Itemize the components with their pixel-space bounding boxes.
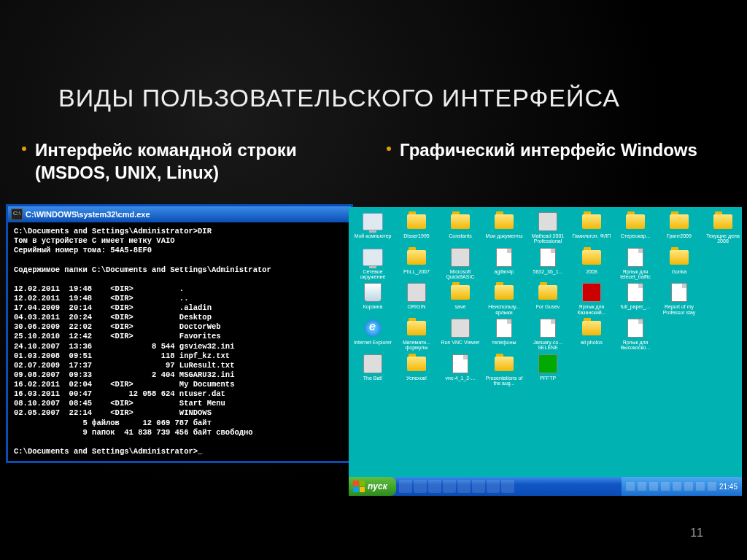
tray-icon[interactable] xyxy=(626,482,635,491)
desktop-icon-label: Гамильтон. ФЛП xyxy=(573,233,611,238)
slide-title: ВИДЫ ПОЛЬЗОВАТЕЛЬСКОГО ИНТЕРФЕЙСА xyxy=(58,84,620,112)
tray-icon[interactable] xyxy=(708,482,716,491)
desktop-icon[interactable]: Ярлык для telecet_traffic xyxy=(614,247,657,280)
start-button[interactable]: пуск xyxy=(349,477,396,496)
desktop-icon[interactable]: 2008 xyxy=(570,247,613,280)
desktop-icon-label: Microsoft QuickBASIC xyxy=(439,269,481,280)
bullet-dot-icon xyxy=(22,147,26,151)
exe-icon xyxy=(450,318,471,338)
right-bullet: Графический интерфейс Windows xyxy=(387,139,729,161)
exe-icon xyxy=(406,282,427,303)
ql-icon[interactable] xyxy=(472,480,485,493)
desktop-icon-label: Constants xyxy=(449,233,472,238)
mycomp-icon xyxy=(363,211,383,232)
tray-icon[interactable] xyxy=(684,482,693,491)
desktop-icon[interactable]: Текущие дела 2008 xyxy=(702,211,742,244)
exe-icon xyxy=(363,354,383,374)
desktop-icon[interactable]: PhLL_2007 xyxy=(395,247,438,280)
folder-icon xyxy=(494,282,514,303)
desktop-icon[interactable]: Mathcad 2001 Professional xyxy=(527,211,569,244)
desktop-icon-label: Report of my Professor stay xyxy=(658,304,700,315)
cmd-output[interactable]: C:\Documents and Settings\Administrator>… xyxy=(8,222,351,461)
desktop-icon-label: PFFTP xyxy=(540,376,556,381)
desktop-icon xyxy=(658,318,700,351)
ql-icon[interactable] xyxy=(399,480,412,493)
desktop-icon[interactable]: Гамильтон. ФЛП xyxy=(570,211,613,244)
desktop-icon-label: Internet Explorer xyxy=(354,340,392,345)
desktop-icon[interactable]: Disser1995 xyxy=(395,211,438,244)
bullet-dot-icon xyxy=(387,147,391,151)
desktop-icon[interactable]: Ярлык для Казанский... xyxy=(570,282,613,315)
desktop-icon[interactable]: The Bat! xyxy=(352,354,394,386)
file-icon xyxy=(450,354,471,374)
desktop-icon-label: Ярлык для telecet_traffic xyxy=(614,269,657,280)
desktop-icon[interactable]: agifan4p xyxy=(483,247,525,280)
desktop-icon[interactable]: Сетевое окружение xyxy=(352,247,394,280)
ql-icon[interactable] xyxy=(487,480,500,493)
quick-launch[interactable] xyxy=(396,480,517,493)
desktop-icon[interactable]: Стереокар... xyxy=(614,211,657,244)
tray-icon[interactable] xyxy=(696,482,705,491)
file-icon xyxy=(625,247,646,268)
folder-icon xyxy=(406,354,427,374)
folder-icon xyxy=(581,247,602,268)
desktop-icon[interactable]: Успехов! xyxy=(395,354,438,386)
desktop-icon[interactable]: Gonka xyxy=(658,247,700,280)
desktop-icon-label: Disser1995 xyxy=(403,233,429,238)
left-bullet: Интерфейс командной строки (MSDOS, UNIX,… xyxy=(22,139,357,184)
desktop-icon[interactable]: save xyxy=(439,282,481,315)
desktop-icon[interactable]: PFFTP xyxy=(527,354,569,386)
desktop-icon[interactable]: Microsoft QuickBASIC xyxy=(439,247,481,280)
desktop-icon xyxy=(702,282,742,315)
ql-icon[interactable] xyxy=(428,480,441,493)
file-icon xyxy=(538,318,558,338)
desktop-icon[interactable]: Run VNC Viewer xyxy=(439,318,481,351)
desktop-icon[interactable]: ORIGIN xyxy=(395,282,438,315)
desktop-icon[interactable]: January-co... SELENE xyxy=(527,318,569,351)
desktop-icon[interactable]: all photos xyxy=(570,318,613,351)
desktop-icon[interactable]: Математи... формулы xyxy=(395,318,438,351)
desktop-icon[interactable]: Constants xyxy=(439,211,481,244)
desktop-icon[interactable]: Report of my Professor stay xyxy=(658,282,700,315)
desktop-icon[interactable]: Грант2009 xyxy=(658,211,700,244)
clock[interactable]: 21:45 xyxy=(719,483,738,491)
desktop-icon-label: Presentations of the aug... xyxy=(483,376,525,386)
desktop-icon[interactable]: телефоны xyxy=(483,318,525,351)
system-tray[interactable]: 21:45 xyxy=(622,477,742,496)
desktop-icon[interactable]: vnc-4_1_2-... xyxy=(439,354,481,386)
windows-logo-icon xyxy=(353,481,365,492)
tray-icon[interactable] xyxy=(649,482,658,491)
ql-icon[interactable] xyxy=(501,480,514,493)
ql-icon[interactable] xyxy=(414,480,427,493)
desktop-icon-label: Успехов! xyxy=(406,376,427,381)
desktop-icon-label: save xyxy=(455,304,466,309)
desktop-icon[interactable]: For Gusev xyxy=(527,282,569,315)
cmd-title-text: C:\WINDOWS\system32\cmd.exe xyxy=(26,210,150,219)
desktop-icon-label: Мои документы xyxy=(485,233,522,238)
left-bullet-text: Интерфейс командной строки (MSDOS, UNIX,… xyxy=(35,139,357,184)
cmd-window[interactable]: C:\ C:\WINDOWS\system32\cmd.exe C:\Docum… xyxy=(6,204,353,463)
tray-icon[interactable] xyxy=(638,482,646,491)
tray-icon[interactable] xyxy=(661,482,670,491)
windows-desktop[interactable]: Мой компьютерDisser1995ConstantsМои доку… xyxy=(349,207,742,496)
desktop-icon[interactable]: Ярлык для Высокоско... xyxy=(614,318,657,351)
recycle-icon xyxy=(363,282,383,303)
folder-icon xyxy=(406,318,427,338)
ql-icon[interactable] xyxy=(443,480,456,493)
page-number: 11 xyxy=(690,526,703,540)
desktop-icon[interactable]: Internet Explorer xyxy=(352,318,394,351)
desktop-icon[interactable]: full_paper_... xyxy=(614,282,657,315)
desktop-icon[interactable]: Мой компьютер xyxy=(352,211,394,244)
ql-icon[interactable] xyxy=(457,480,471,493)
desktop-icon-label: ORIGIN xyxy=(408,304,426,309)
start-label: пуск xyxy=(368,481,387,491)
cmd-titlebar[interactable]: C:\ C:\WINDOWS\system32\cmd.exe xyxy=(8,206,351,222)
desktop-icon[interactable]: Неиспользу... ярлыки xyxy=(483,282,525,315)
desktop-icon[interactable]: 5832_36_1... xyxy=(527,247,569,280)
desktop-icon-label: For Gusev xyxy=(536,304,560,309)
tray-icon[interactable] xyxy=(673,482,681,491)
taskbar[interactable]: пуск 21:45 xyxy=(349,477,742,496)
desktop-icon[interactable]: Presentations of the aug... xyxy=(483,354,525,386)
desktop-icon[interactable]: Мои документы xyxy=(483,211,525,244)
desktop-icon[interactable]: Корзина xyxy=(352,282,394,315)
